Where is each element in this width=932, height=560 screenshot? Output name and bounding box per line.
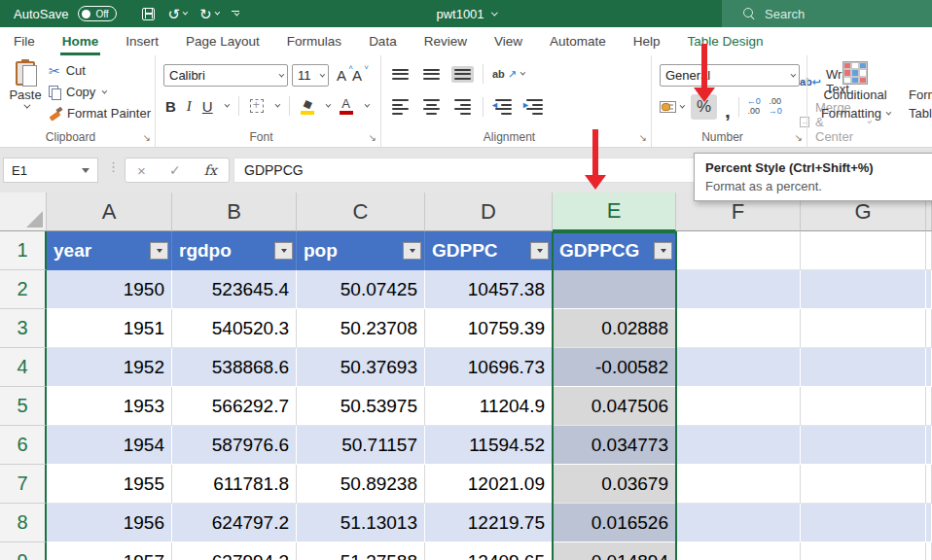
chevron-down-icon[interactable] — [183, 10, 189, 16]
cell-g[interactable] — [801, 387, 926, 426]
cell-gdppc[interactable]: 10759.39 — [425, 309, 553, 348]
tab-insert[interactable]: Insert — [112, 27, 172, 55]
cell-gdppcg-selected[interactable]: 0.014894 — [553, 542, 676, 560]
decrease-decimal-button[interactable]: .00→0 — [769, 97, 782, 117]
workbook-title[interactable]: pwt1001 — [436, 7, 495, 21]
row-header[interactable]: 8 — [0, 504, 47, 542]
cell-year[interactable]: 1951 — [47, 309, 172, 348]
cell-g[interactable] — [801, 504, 926, 542]
table-header-rgdpo[interactable]: rgdpo — [172, 231, 297, 270]
cell-g[interactable] — [801, 426, 926, 465]
clipboard-dialog-launcher-icon[interactable]: ↘ — [143, 133, 151, 143]
tab-formulas[interactable]: Formulas — [273, 27, 355, 55]
undo-button[interactable]: ↺ — [168, 7, 187, 21]
table-header-pop[interactable]: pop — [297, 231, 425, 270]
cell-rgdpo[interactable]: 540520.3 — [172, 309, 297, 348]
cell-pop[interactable]: 51.13013 — [297, 504, 425, 542]
row-header[interactable]: 9 — [0, 542, 47, 560]
row-header[interactable]: 4 — [0, 348, 47, 387]
middle-align-button[interactable] — [420, 66, 443, 83]
row-header[interactable]: 6 — [0, 426, 47, 465]
cell-year[interactable]: 1954 — [47, 426, 172, 465]
autosave-toggle[interactable]: Off — [78, 6, 116, 21]
cell-gdppcg-selected[interactable] — [553, 270, 676, 309]
cell-g[interactable] — [801, 309, 926, 348]
cell-rgdpo[interactable]: 637994.3 — [172, 542, 297, 560]
cell-gdppc[interactable]: 10457.38 — [425, 270, 553, 309]
cell-f[interactable] — [676, 465, 801, 504]
top-align-button[interactable] — [389, 66, 412, 83]
cell-year[interactable]: 1957 — [47, 542, 172, 560]
tab-data[interactable]: Data — [355, 27, 411, 55]
column-header-d[interactable]: D — [425, 192, 553, 231]
cell-year[interactable]: 1955 — [47, 465, 172, 504]
font-dialog-launcher-icon[interactable]: ↘ — [369, 133, 376, 143]
save-icon[interactable] — [142, 8, 155, 20]
cell-gdppc[interactable]: 10696.73 — [425, 348, 553, 387]
cell-year[interactable]: 1950 — [47, 270, 172, 309]
accounting-format-button[interactable] — [660, 101, 683, 113]
cell-pop[interactable]: 50.23708 — [297, 309, 425, 348]
insert-function-button[interactable]: fx — [204, 162, 217, 178]
cell-g[interactable] — [801, 270, 926, 309]
alignment-dialog-launcher-icon[interactable]: ↘ — [639, 133, 647, 143]
chevron-down-icon[interactable] — [102, 88, 108, 93]
paste-button[interactable]: Paste — [6, 61, 45, 131]
align-right-button[interactable] — [451, 96, 474, 118]
decrease-font-size-button[interactable]: A˅ — [352, 67, 362, 84]
cell-gdppc[interactable]: 12409.65 — [425, 542, 553, 560]
row-header[interactable]: 3 — [0, 309, 47, 348]
tab-table-design[interactable]: Table Design — [674, 27, 777, 55]
cell-pop[interactable]: 50.89238 — [297, 465, 425, 504]
table-header-year[interactable]: year — [47, 231, 172, 270]
cell-year[interactable]: 1956 — [47, 504, 172, 542]
filter-button[interactable] — [150, 242, 168, 260]
tab-file[interactable]: File — [0, 27, 49, 55]
cell-rgdpo[interactable]: 538868.6 — [172, 348, 297, 387]
font-name-select[interactable]: Calibri — [163, 64, 288, 87]
cell-rgdpo[interactable]: 587976.6 — [172, 426, 297, 465]
cell-gdppcg-selected[interactable]: 0.016526 — [553, 504, 676, 542]
cell-f[interactable] — [676, 542, 801, 560]
increase-indent-button[interactable]: ► — [523, 96, 546, 118]
chevron-down-icon[interactable] — [224, 102, 230, 108]
chevron-down-icon[interactable] — [364, 102, 370, 108]
tab-home[interactable]: Home — [49, 27, 113, 55]
column-header-a[interactable]: A — [47, 192, 172, 231]
cell-gdppc[interactable]: 12021.09 — [425, 465, 553, 504]
row-header[interactable]: 2 — [0, 270, 47, 309]
row-header-1[interactable]: 1 — [0, 231, 47, 270]
tab-view[interactable]: View — [481, 27, 536, 55]
cell-f[interactable] — [676, 504, 801, 542]
select-all-button[interactable] — [0, 192, 47, 231]
row-header[interactable]: 5 — [0, 387, 47, 426]
name-box[interactable]: E1 — [3, 158, 98, 183]
fill-color-button[interactable]: ◆ — [301, 97, 314, 115]
orientation-button[interactable]: ab↗ — [492, 68, 523, 81]
filter-button[interactable] — [274, 242, 293, 260]
filter-button[interactable] — [403, 242, 421, 260]
cell-rgdpo[interactable]: 523645.4 — [172, 270, 297, 309]
increase-decimal-button[interactable]: ←0.00 — [747, 97, 761, 117]
cell-g[interactable] — [801, 348, 926, 387]
bottom-align-button[interactable] — [451, 66, 474, 83]
number-dialog-launcher-icon[interactable]: ↘ — [795, 133, 803, 143]
increase-font-size-button[interactable]: A˄ — [337, 67, 346, 84]
cell-gdppc[interactable]: 12219.75 — [425, 504, 553, 542]
cell-gdppcg-selected[interactable]: -0.00582 — [553, 348, 676, 387]
cell-g1[interactable] — [801, 231, 926, 270]
font-size-select[interactable]: 11 — [292, 64, 329, 87]
conditional-formatting-button[interactable]: Conditional Formatting — [813, 61, 897, 122]
customize-quick-access-button[interactable] — [232, 11, 239, 17]
filter-button[interactable] — [654, 242, 672, 260]
cell-rgdpo[interactable]: 624797.2 — [172, 504, 297, 542]
chevron-down-icon[interactable] — [214, 10, 220, 16]
comma-style-button[interactable]: , — [725, 98, 731, 117]
table-header-gdppcg[interactable]: GDPPCG — [553, 231, 676, 270]
chevron-down-icon[interactable] — [325, 102, 331, 108]
cell-g[interactable] — [801, 465, 926, 504]
cell-f[interactable] — [676, 270, 801, 309]
chevron-down-icon[interactable] — [274, 102, 280, 108]
search-input[interactable]: Search — [722, 0, 932, 27]
cell-pop[interactable]: 50.37693 — [297, 348, 425, 387]
